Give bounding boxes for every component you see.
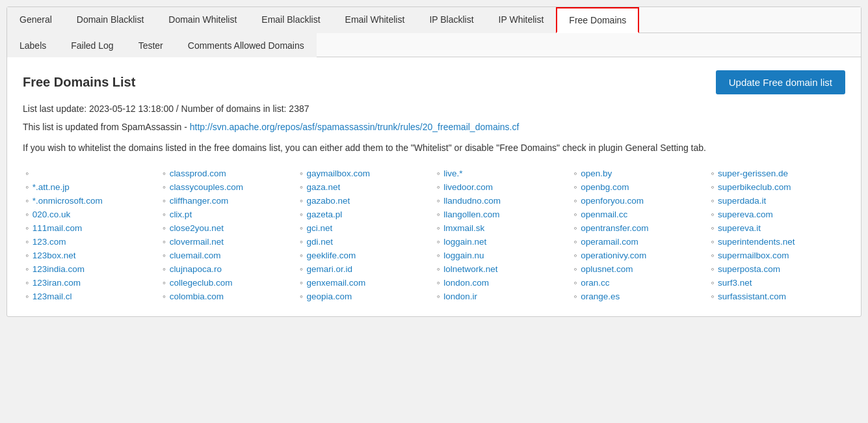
domain-link[interactable]: collegeclub.com: [170, 278, 233, 288]
domain-link[interactable]: gdi.net: [306, 237, 333, 247]
list-item: geopia.com: [300, 290, 432, 303]
domain-link[interactable]: supermailbox.com: [718, 251, 789, 260]
domain-link[interactable]: *.onmicrosoft.com: [33, 196, 103, 206]
domain-link[interactable]: gci.net: [306, 223, 332, 233]
domain-link[interactable]: supereva.com: [718, 210, 773, 219]
list-item: london.com: [436, 276, 568, 290]
domain-link[interactable]: 123mail.cl: [33, 292, 72, 301]
list-item: surfassistant.com: [711, 290, 843, 303]
tab-general[interactable]: General: [7, 7, 64, 33]
domain-link[interactable]: 020.co.uk: [33, 210, 71, 219]
domain-link[interactable]: 111mail.com: [33, 223, 83, 233]
domain-link[interactable]: openbg.com: [581, 182, 629, 192]
domain-link[interactable]: loggain.nu: [443, 251, 484, 260]
tab-ip-blacklist[interactable]: IP Blacklist: [417, 7, 486, 33]
domain-link[interactable]: london.com: [443, 278, 489, 288]
domain-link[interactable]: open.by: [581, 169, 612, 178]
list-item: gaza.net: [300, 180, 432, 194]
list-item: classprod.com: [163, 167, 295, 180]
domain-link[interactable]: 123iran.com: [33, 278, 81, 288]
list-item: loggain.nu: [436, 249, 568, 262]
domain-link[interactable]: close2you.net: [170, 223, 224, 233]
domain-link[interactable]: lmxmail.sk: [443, 223, 484, 233]
domain-link[interactable]: cluemail.com: [170, 251, 221, 260]
domain-link[interactable]: gazabo.net: [306, 196, 350, 206]
list-item: collegeclub.com: [163, 276, 295, 290]
domain-link[interactable]: genxemail.com: [306, 278, 365, 288]
domain-link[interactable]: gemari.or.id: [306, 264, 352, 274]
domain-link[interactable]: supereva.it: [718, 223, 761, 233]
domain-link[interactable]: london.ir: [443, 292, 477, 301]
tab-email-blacklist[interactable]: Email Blacklist: [249, 7, 332, 33]
list-item: live.*: [436, 167, 568, 180]
domain-link[interactable]: gazeta.pl: [306, 210, 342, 219]
tab-ip-whitelist[interactable]: IP Whitelist: [486, 7, 557, 33]
domain-link[interactable]: super-gerissen.de: [718, 169, 788, 178]
domain-link[interactable]: *.att.ne.jp: [33, 182, 70, 192]
list-item: 123iran.com: [25, 276, 157, 290]
tab-domain-blacklist[interactable]: Domain Blacklist: [64, 7, 156, 33]
domain-link[interactable]: colombia.com: [170, 292, 224, 301]
domain-link[interactable]: llandudno.com: [443, 196, 501, 206]
domain-link[interactable]: geopia.com: [306, 292, 352, 301]
tab-labels[interactable]: Labels: [7, 33, 59, 57]
list-item: lmxmail.sk: [436, 221, 568, 235]
domain-link[interactable]: clix.pt: [170, 210, 192, 219]
tab-free-domains[interactable]: Free Domains: [556, 7, 639, 33]
list-item: superbikeclub.com: [711, 180, 843, 194]
domain-link[interactable]: gaymailbox.com: [306, 169, 370, 178]
tab-email-whitelist[interactable]: Email Whitelist: [333, 7, 417, 33]
tab-comments-allowed[interactable]: Comments Allowed Domains: [176, 33, 317, 57]
domain-link[interactable]: clovermail.net: [170, 237, 224, 247]
list-item: gaymailbox.com: [300, 167, 432, 180]
list-item: superintendents.net: [711, 235, 843, 249]
tab-tester[interactable]: Tester: [126, 33, 176, 57]
list-item: llandudno.com: [436, 194, 568, 208]
domain-link[interactable]: superposta.com: [718, 264, 780, 274]
domain-link[interactable]: live.*: [443, 169, 462, 178]
source-link[interactable]: http://svn.apache.org/repos/asf/spamassa…: [190, 122, 519, 132]
domain-link[interactable]: surfassistant.com: [718, 292, 786, 301]
domain-link[interactable]: oplusnet.com: [581, 264, 633, 274]
domain-link[interactable]: openforyou.com: [581, 196, 644, 206]
domain-link[interactable]: 123box.net: [33, 251, 76, 260]
domains-grid: *.att.ne.jp*.onmicrosoft.com020.co.uk111…: [23, 167, 845, 303]
domain-link[interactable]: geeklife.com: [306, 251, 356, 260]
domain-link[interactable]: orange.es: [581, 292, 620, 301]
list-item: london.ir: [436, 290, 568, 303]
list-item: operationivy.com: [573, 249, 705, 262]
list-item: oran.cc: [573, 276, 705, 290]
list-item: livedoor.com: [436, 180, 568, 194]
domain-link[interactable]: openmail.cc: [581, 210, 627, 219]
domain-link[interactable]: superintendents.net: [718, 237, 795, 247]
domain-link[interactable]: surf3.net: [718, 278, 752, 288]
domain-link[interactable]: cliffhanger.com: [170, 196, 229, 206]
domain-link[interactable]: livedoor.com: [443, 182, 493, 192]
list-item: lolnetwork.net: [436, 262, 568, 276]
list-item: openbg.com: [573, 180, 705, 194]
list-item: supermailbox.com: [711, 249, 843, 262]
domain-link[interactable]: classycouples.com: [170, 182, 243, 192]
list-item: surf3.net: [711, 276, 843, 290]
domain-link[interactable]: operationivy.com: [581, 251, 646, 260]
domain-link[interactable]: lolnetwork.net: [443, 264, 497, 274]
domain-link[interactable]: clujnapoca.ro: [170, 264, 222, 274]
domain-link[interactable]: llangollen.com: [443, 210, 499, 219]
domain-link[interactable]: superdada.it: [718, 196, 766, 206]
domain-link[interactable]: gaza.net: [306, 182, 340, 192]
info-text: If you wish to whitelist the domains lis…: [23, 141, 845, 155]
domain-link[interactable]: oran.cc: [581, 278, 609, 288]
list-item: close2you.net: [163, 221, 295, 235]
tab-domain-whitelist[interactable]: Domain Whitelist: [156, 7, 249, 33]
page-header: Free Domains List Update Free domain lis…: [23, 70, 845, 94]
domain-link[interactable]: opentransfer.com: [581, 223, 648, 233]
domain-link[interactable]: operamail.com: [581, 237, 638, 247]
domain-link[interactable]: loggain.net: [443, 237, 486, 247]
domain-col-1: *.att.ne.jp*.onmicrosoft.com020.co.uk111…: [23, 167, 160, 303]
domain-link[interactable]: superbikeclub.com: [718, 182, 791, 192]
domain-link[interactable]: 123india.com: [33, 264, 85, 274]
tab-failed-log[interactable]: Failed Log: [59, 33, 125, 57]
domain-link[interactable]: classprod.com: [170, 169, 226, 178]
domain-link[interactable]: 123.com: [33, 237, 66, 247]
update-free-domain-button[interactable]: Update Free domain list: [716, 70, 845, 94]
